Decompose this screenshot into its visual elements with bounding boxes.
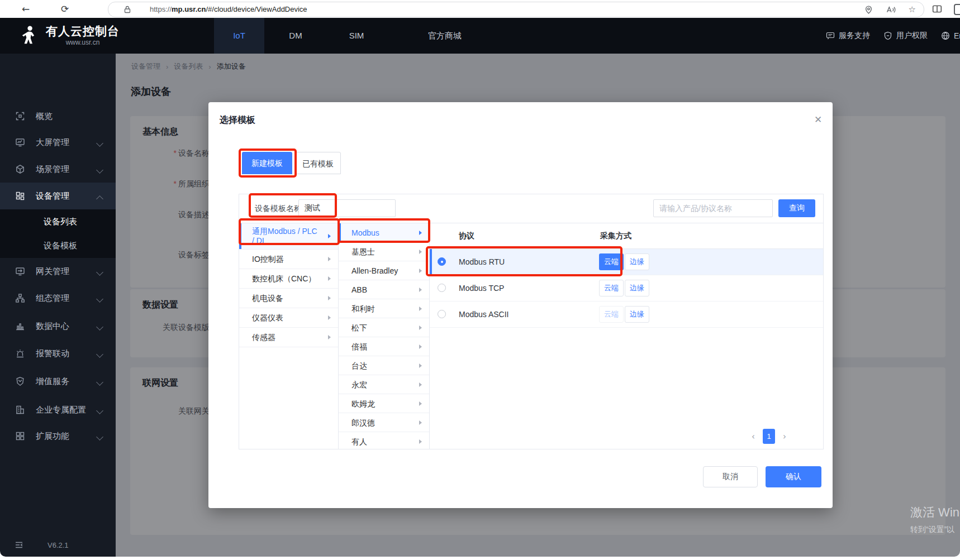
chevron-down-icon — [96, 323, 103, 331]
radio-icon[interactable] — [438, 310, 446, 318]
sidebar-item-scene-mgmt[interactable]: 场景管理 — [0, 156, 116, 183]
permission-link[interactable]: 用户权限 — [883, 31, 928, 41]
chevron-down-icon — [96, 351, 103, 358]
caret-right-icon — [419, 269, 422, 273]
sidebar-item-alarm-linkage[interactable]: 报警联动 — [0, 340, 116, 367]
sidebar-item-device-mgmt[interactable]: 设备管理 — [0, 183, 116, 209]
confirm-button[interactable]: 确认 — [766, 466, 821, 487]
prev-page-icon[interactable]: ‹ — [752, 432, 755, 442]
caret-right-icon — [419, 363, 422, 368]
language-link[interactable]: Engl — [941, 31, 960, 40]
edge-mode-button[interactable]: 边缘 — [625, 280, 649, 296]
category-column: 通用Modbus / PLC / DL IO控制器 数控机床（CNC） 机电设备… — [239, 223, 339, 449]
chevron-down-icon — [96, 140, 103, 147]
selection-grid: 通用Modbus / PLC / DL IO控制器 数控机床（CNC） 机电设备… — [239, 223, 823, 449]
chevron-down-icon — [96, 166, 103, 174]
split-screen-icon[interactable] — [932, 4, 942, 14]
device-submenu: 设备列表 设备模板 — [0, 209, 116, 258]
gem-icon — [15, 376, 25, 389]
brand-item-abb[interactable]: ABB — [339, 280, 429, 299]
brand-item-hollysys[interactable]: 和利时 — [339, 299, 429, 318]
tab-existing-template[interactable]: 已有模板 — [295, 152, 341, 174]
brand-item-panasonic[interactable]: 松下 — [339, 318, 429, 337]
brand-item-allen-bradley[interactable]: Allen-Bradley — [339, 261, 429, 280]
radio-selected-icon[interactable] — [438, 257, 446, 266]
app-subtitle: www.usr.cn — [46, 39, 120, 46]
logo[interactable]: 有人云控制台 www.usr.cn — [20, 25, 120, 46]
category-item-io-controller[interactable]: IO控制器 — [239, 250, 338, 269]
cloud-mode-button[interactable]: 云端 — [599, 280, 624, 296]
address-bar[interactable]: https://mp.usr.cn/#/cloud/device/ViewAdd… — [108, 2, 924, 17]
edge-mode-button[interactable]: 边缘 — [625, 306, 649, 323]
category-item-instruments[interactable]: 仪器仪表 — [239, 308, 338, 328]
table-row-modbus-rtu[interactable]: Modbus RTU 云端 边缘 — [430, 249, 823, 275]
caret-right-icon — [419, 231, 422, 235]
brand-item-delta[interactable]: 台达 — [339, 356, 429, 375]
category-item-modbus-plc[interactable]: 通用Modbus / PLC / DL — [239, 223, 338, 250]
sidebar-item-value-added[interactable]: 增值服务 — [0, 368, 116, 395]
edge-mode-button[interactable]: 边缘 — [625, 253, 649, 270]
sidebar-item-overview[interactable]: 概览 — [0, 103, 116, 130]
template-name-input[interactable] — [298, 199, 396, 217]
category-item-electromechanical[interactable]: 机电设备 — [239, 289, 338, 308]
table-header: 协议 采集方式 — [430, 223, 823, 249]
sidebar-item-gateway-mgmt[interactable]: 网关管理 — [0, 258, 116, 285]
nav-tab-sim[interactable]: SIM — [337, 18, 376, 54]
nav-tab-mall[interactable]: 官方商城 — [404, 18, 486, 54]
column-collection-mode: 采集方式 — [600, 223, 631, 248]
close-icon[interactable]: ✕ — [811, 112, 825, 127]
windows-watermark: 激活 Wind 转到“设置”以 — [910, 504, 960, 535]
chevron-down-icon — [96, 379, 103, 386]
brand-item-beckhoff[interactable]: 倍福 — [339, 337, 429, 356]
sidebar-item-config-mgmt[interactable]: 组态管理 — [0, 285, 116, 312]
nav-tab-dm[interactable]: DM — [276, 18, 315, 54]
browser-extra-icon[interactable] — [954, 4, 960, 15]
sidebar-item-device-template[interactable]: 设备模板 — [0, 233, 116, 258]
brand-item-langhande[interactable]: 郎汉德 — [339, 413, 429, 432]
table-row-modbus-tcp[interactable]: Modbus TCP 云端 边缘 — [430, 275, 823, 301]
table-row-modbus-ascii[interactable]: Modbus ASCII 云端 边缘 — [430, 301, 823, 328]
cloud-mode-button[interactable]: 云端 — [599, 306, 624, 323]
sidebar-item-enterprise-config[interactable]: 企业专属配置 — [0, 396, 116, 423]
sidebar-item-data-center[interactable]: 数据中心 — [0, 313, 116, 339]
search-button[interactable]: 查询 — [778, 199, 815, 217]
caret-right-icon — [328, 276, 331, 281]
brand-item-omron[interactable]: 欧姆龙 — [339, 394, 429, 413]
read-aloud-icon[interactable] — [886, 5, 896, 15]
caret-right-icon — [419, 382, 422, 387]
tab-new-template[interactable]: 新建模板 — [242, 152, 292, 174]
caret-right-icon — [328, 296, 331, 300]
nav-tab-iot[interactable]: IoT — [214, 18, 264, 54]
category-item-cnc[interactable]: 数控机床（CNC） — [239, 269, 338, 289]
collapse-sidebar-icon[interactable] — [15, 540, 25, 553]
search-input[interactable] — [653, 199, 773, 217]
support-link[interactable]: 服务支持 — [826, 31, 870, 41]
brand-item-fatek[interactable]: 永宏 — [339, 375, 429, 394]
shield-icon — [883, 31, 892, 40]
brand-item-usr[interactable]: 有人 — [339, 432, 429, 449]
dialog-title: 选择模板 — [220, 114, 255, 126]
protocol-table: 协议 采集方式 Modbus RTU 云端 边缘 Modbus TCP 云端 — [430, 223, 823, 449]
brand-item-modbus[interactable]: Modbus — [339, 223, 429, 242]
chevron-up-icon — [96, 195, 103, 203]
lock-icon — [123, 5, 132, 14]
location-icon[interactable] — [864, 5, 873, 15]
refresh-icon[interactable]: ⟳ — [58, 2, 72, 16]
cloud-mode-button[interactable]: 云端 — [599, 253, 624, 270]
category-item-sensors[interactable]: 传感器 — [239, 328, 338, 347]
sidebar-item-device-list[interactable]: 设备列表 — [0, 209, 116, 234]
overview-icon — [15, 111, 25, 123]
cancel-button[interactable]: 取消 — [703, 466, 758, 487]
sidebar-item-extensions[interactable]: 扩展功能 — [0, 423, 116, 449]
caret-right-icon — [419, 401, 422, 406]
sidebar-item-screen-mgmt[interactable]: 大屏管理 — [0, 129, 116, 156]
browser-window: ← ⟳ https://mp.usr.cn/#/cloud/device/Vie… — [0, 0, 960, 557]
favorite-star-icon[interactable]: ☆ — [909, 4, 916, 15]
back-icon[interactable]: ← — [19, 2, 32, 16]
brand-item-keyence[interactable]: 基恩士 — [339, 242, 429, 261]
page-number[interactable]: 1 — [763, 429, 775, 444]
next-page-icon[interactable]: › — [783, 432, 786, 442]
caret-right-icon — [328, 335, 331, 339]
radio-icon[interactable] — [438, 284, 446, 292]
caret-right-icon — [419, 439, 422, 444]
